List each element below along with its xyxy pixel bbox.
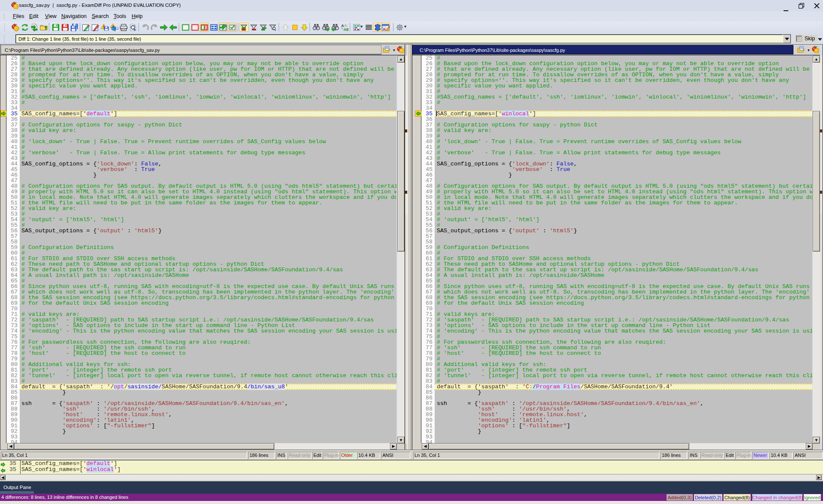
svg-text:AB: AB [343, 27, 348, 31]
